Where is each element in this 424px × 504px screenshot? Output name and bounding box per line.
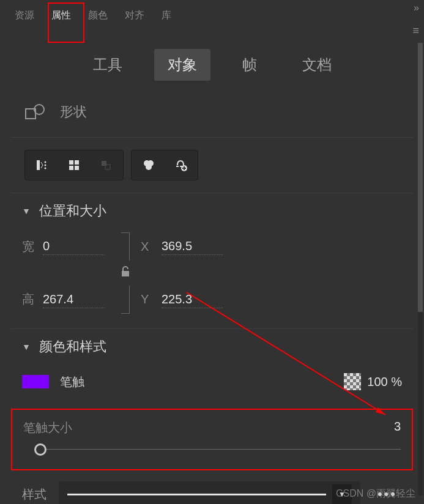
height-label: 高 [22,291,43,308]
slider-knob[interactable] [34,443,46,456]
width-label: 宽 [22,239,43,255]
y-label: Y [141,292,162,306]
svg-rect-2 [37,160,40,170]
scrollbar[interactable] [418,43,423,495]
svg-rect-8 [69,166,73,170]
stroke-size-slider[interactable] [23,443,401,456]
section-title-color: 颜色和样式 [39,338,106,356]
x-label: X [141,240,162,254]
section-position-size: ▼ 位置和大小 宽 X 高 Y [0,193,424,328]
width-input[interactable] [43,238,104,255]
height-input[interactable] [43,291,104,308]
style-label: 样式 [22,486,46,503]
annotation-highlight-stroke-size: 笔触大小 3 [11,409,413,470]
tool-group-1 [24,150,124,180]
panel-tab-color[interactable]: 颜色 [80,6,116,26]
property-sub-tabs: 工具 对象 帧 文档 [0,31,424,95]
link-dimensions[interactable] [110,232,141,314]
svg-rect-20 [122,271,129,276]
convert-symbol-button[interactable] [26,152,58,179]
style-select[interactable]: ▼ [59,481,360,504]
svg-rect-10 [102,161,106,166]
style-preview-line [67,494,326,495]
stroke-color-swatch[interactable] [22,375,49,388]
svg-point-4 [45,165,46,166]
sub-tab-tool[interactable]: 工具 [80,49,136,81]
section-header-position[interactable]: ▼ 位置和大小 [22,202,402,220]
section-title-position: 位置和大小 [39,202,106,220]
panel-tab-library[interactable]: 库 [153,6,180,26]
svg-point-5 [45,168,46,169]
svg-rect-9 [75,166,79,170]
add-filter-button[interactable] [165,152,196,179]
section-header-color[interactable]: ▼ 颜色和样式 [22,338,402,356]
svg-point-14 [146,164,152,170]
svg-rect-7 [75,160,79,165]
svg-point-3 [45,161,46,163]
unlock-icon[interactable] [120,265,131,281]
sub-tab-object[interactable]: 对象 [154,49,210,81]
scrollbar-thumb[interactable] [418,43,423,312]
filter-button[interactable] [133,152,165,179]
panel-tabs: 资源 属性 颜色 对齐 库 » ≡ [0,0,424,31]
panel-menu-icon[interactable]: ≡ [412,24,419,37]
bracket-top [121,232,130,261]
chevron-down-icon: ▼ [22,206,31,216]
stroke-size-row: 笔触大小 3 [23,420,401,436]
break-apart-button[interactable] [58,152,90,179]
alpha-checker-icon[interactable] [344,373,361,390]
chevron-down-icon: ▼ [22,342,31,352]
stroke-size-value[interactable]: 3 [394,420,401,436]
expand-icon[interactable]: » [414,2,419,13]
alpha-value[interactable]: 100 % [367,375,402,389]
x-input[interactable] [162,238,223,255]
panel-tab-resources[interactable]: 资源 [6,6,43,26]
svg-rect-6 [69,160,73,165]
section-color-style: ▼ 颜色和样式 笔触 100 % [0,329,424,404]
object-toolbar [0,138,424,193]
position-grid: 宽 X 高 Y [22,232,402,320]
y-input[interactable] [162,291,223,308]
stroke-label: 笔触 [60,374,84,390]
panel-tab-properties[interactable]: 属性 [43,6,80,26]
stroke-size-label: 笔触大小 [23,420,72,436]
edit-symbol-button [90,152,122,179]
bracket-bottom [121,286,130,314]
tool-group-2 [131,150,198,180]
shape-icon [24,103,46,120]
slider-line [38,449,401,450]
shape-label: 形状 [60,103,87,121]
alpha-box: 100 % [344,373,402,390]
sub-tab-document[interactable]: 文档 [289,49,345,81]
sub-tab-frame[interactable]: 帧 [229,49,270,81]
stroke-color-row: 笔触 100 % [22,368,402,395]
panel-tab-align[interactable]: 对齐 [116,6,153,26]
watermark: CSDN @雨翼轻尘 [336,487,415,500]
shape-row: 形状 [0,95,424,137]
